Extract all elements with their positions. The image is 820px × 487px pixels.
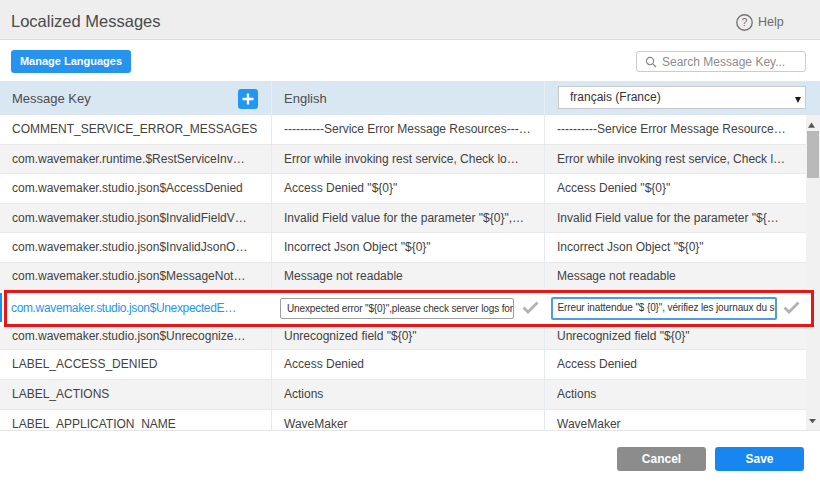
svg-text:?: ?	[742, 16, 748, 28]
